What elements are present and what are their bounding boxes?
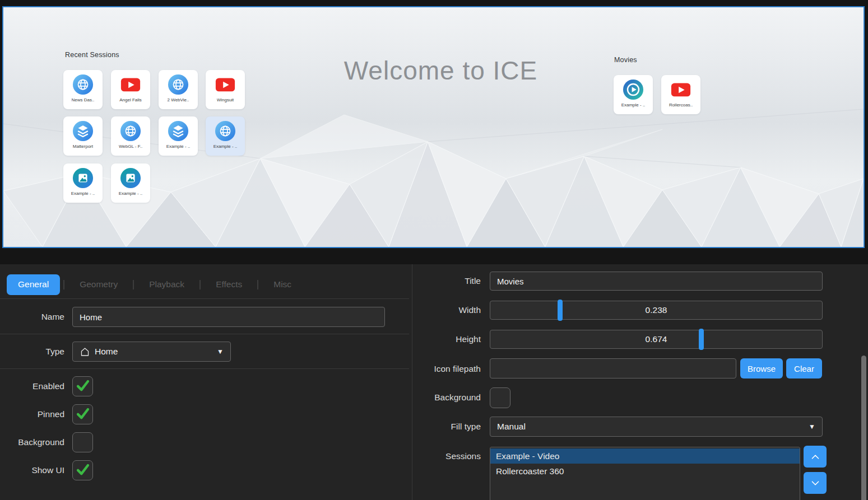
pinned-label: Pinned <box>0 409 64 419</box>
move-up-button[interactable] <box>804 446 827 468</box>
image-icon <box>72 167 94 189</box>
tab-label: Geometry <box>80 279 118 289</box>
width-value: 0.238 <box>490 301 822 319</box>
session-tile[interactable]: Example - .. <box>63 163 103 203</box>
background-label: Background <box>0 437 64 447</box>
image-icon <box>120 167 141 189</box>
width-slider-handle[interactable] <box>558 300 563 321</box>
youtube-icon <box>670 79 691 100</box>
height-slider[interactable]: 0.674 <box>490 330 823 349</box>
movie-tile[interactable]: Example - .. <box>614 75 653 114</box>
tile-label: Matterport <box>73 144 93 149</box>
background-fill-label: Background <box>415 392 481 403</box>
enabled-label: Enabled <box>0 381 64 391</box>
pinned-checkbox[interactable] <box>72 404 93 424</box>
type-dropdown[interactable]: Home ▼ <box>72 342 231 362</box>
session-tile[interactable]: Example - .. <box>111 163 150 203</box>
title-label: Title <box>415 276 481 286</box>
session-tile-selected[interactable]: Example - .. <box>206 116 245 156</box>
globe-icon <box>72 74 94 95</box>
sessions-label: Sessions <box>415 451 481 461</box>
play-icon <box>623 79 644 100</box>
height-label: Height <box>415 334 481 344</box>
tile-label: News Das.. <box>72 97 95 102</box>
show-ui-label: Show UI <box>0 465 64 475</box>
tab-separator <box>257 280 258 289</box>
tab-geometry[interactable]: Geometry <box>68 274 129 295</box>
tile-label: Example - .. <box>119 191 143 196</box>
session-tile[interactable]: Angel Falls <box>111 70 150 109</box>
background-fill-checkbox[interactable] <box>490 387 510 408</box>
tab-bar: General Geometry Playback Effects Misc <box>7 273 303 296</box>
session-item-label: Example - Video <box>496 451 559 461</box>
fill-type-value: Manual <box>497 422 526 432</box>
sessions-list: Example - Video Rollercoaster 360 <box>490 447 800 500</box>
fill-type-dropdown[interactable]: Manual ▼ <box>490 417 823 437</box>
tab-separator <box>63 280 64 289</box>
home-preview-canvas[interactable]: Recent Sessions Welcome to ICE Movies Ne… <box>2 6 865 248</box>
properties-panel: General Geometry Playback Effects Misc N… <box>0 264 868 500</box>
tile-label: Wingsuit <box>217 97 234 102</box>
session-tile[interactable]: WebGL - F.. <box>111 116 150 156</box>
tile-label: Example - .. <box>621 102 646 108</box>
name-input[interactable] <box>72 307 385 327</box>
session-item-label: Rollercoaster 360 <box>496 466 564 476</box>
tile-label: Example - .. <box>71 191 95 196</box>
layers-icon <box>72 120 94 142</box>
check-icon <box>74 377 92 395</box>
tile-label: Rollercoas.. <box>669 102 693 108</box>
tab-separator <box>133 280 134 289</box>
chevron-down-icon: ▼ <box>809 423 815 431</box>
panel-divider <box>412 264 412 500</box>
enabled-checkbox[interactable] <box>72 376 93 396</box>
session-tile[interactable]: Example - .. <box>159 116 198 156</box>
height-slider-handle[interactable] <box>699 329 704 350</box>
section-divider <box>0 368 409 369</box>
tile-label: Example - .. <box>166 144 191 149</box>
session-tile[interactable]: News Das.. <box>63 70 103 109</box>
youtube-icon <box>215 74 236 95</box>
globe-icon <box>120 120 141 142</box>
tab-effects[interactable]: Effects <box>204 274 254 295</box>
width-slider[interactable]: 0.238 <box>490 301 823 320</box>
icon-filepath-input[interactable] <box>490 358 736 378</box>
tab-label: Playback <box>149 279 184 289</box>
app-window: Recent Sessions Welcome to ICE Movies Ne… <box>0 0 868 500</box>
tile-label: Angel Falls <box>119 97 142 102</box>
tab-label: Misc <box>273 279 291 289</box>
chevron-down-icon: ▼ <box>217 348 224 356</box>
tab-general[interactable]: General <box>7 274 60 295</box>
clear-button[interactable]: Clear <box>786 358 822 378</box>
fill-type-label: Fill type <box>415 422 481 432</box>
type-value: Home <box>95 347 118 357</box>
tab-misc[interactable]: Misc <box>262 274 303 295</box>
tab-label: General <box>18 279 49 289</box>
section-divider <box>0 298 409 299</box>
chevron-down-icon <box>809 477 821 489</box>
session-tile[interactable]: Matterport <box>63 116 103 156</box>
session-list-item[interactable]: Rollercoaster 360 <box>490 464 800 479</box>
vertical-scrollbar[interactable] <box>861 356 866 500</box>
layers-icon <box>168 120 189 142</box>
background-checkbox[interactable] <box>72 432 93 452</box>
home-icon <box>80 347 90 357</box>
movies-heading: Movies <box>614 56 637 64</box>
width-label: Width <box>415 305 481 315</box>
tile-label: Example - .. <box>213 144 238 149</box>
session-tile[interactable]: Wingsuit <box>206 70 245 109</box>
session-tile[interactable]: 2 WebVie.. <box>159 70 198 109</box>
session-list-item[interactable]: Example - Video <box>490 448 800 464</box>
section-divider <box>0 334 409 334</box>
title-input[interactable] <box>490 272 823 291</box>
show-ui-checkbox[interactable] <box>72 460 93 480</box>
move-down-button[interactable] <box>804 472 827 494</box>
tab-label: Effects <box>216 279 242 289</box>
type-label: Type <box>0 347 64 357</box>
check-icon <box>74 405 92 423</box>
globe-icon <box>168 74 189 95</box>
browse-button[interactable]: Browse <box>740 358 783 378</box>
tile-label: 2 WebVie.. <box>168 97 189 102</box>
icon-filepath-label: Icon filepath <box>415 364 481 374</box>
tab-playback[interactable]: Playback <box>137 274 196 295</box>
movie-tile[interactable]: Rollercoas.. <box>661 75 700 114</box>
